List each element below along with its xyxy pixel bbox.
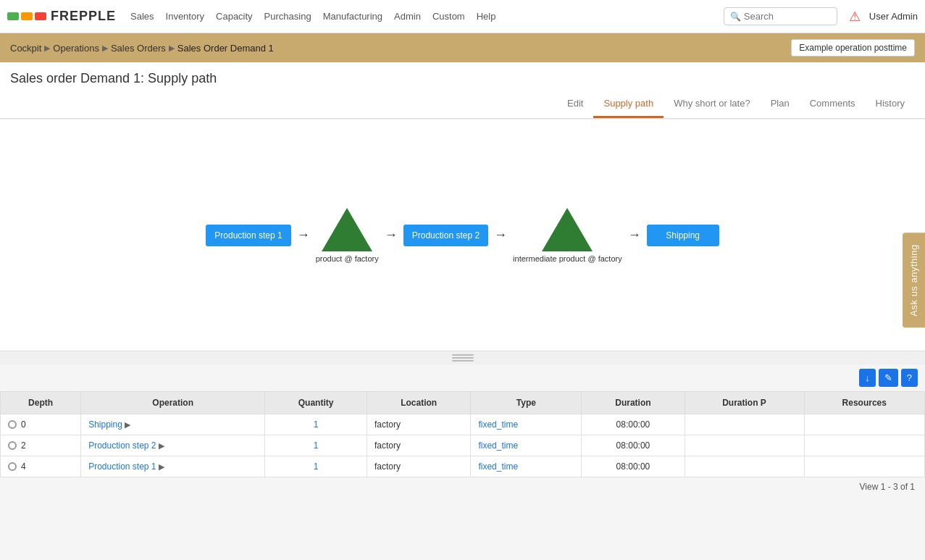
row-0-type: fixed_time	[471, 414, 582, 435]
breadcrumb-sep-3: ▶	[169, 43, 175, 53]
row-0-operation: Shipping ▶	[81, 414, 265, 435]
row-0-quantity: 1	[265, 414, 367, 435]
resize-line-1	[452, 354, 474, 356]
depth-value: 0	[21, 419, 26, 430]
operation-link-1[interactable]: Production step 2	[88, 440, 156, 451]
table-header-type: Type	[471, 392, 582, 414]
depth-value: 4	[21, 461, 26, 472]
arrow-2: →	[379, 227, 403, 243]
table-toolbar: ↓ ✎ ?	[0, 364, 925, 391]
alert-icon[interactable]: ⚠	[849, 9, 861, 25]
table-header-depth: Depth	[1, 392, 81, 414]
row-0-location: factory	[367, 414, 470, 435]
operation-link-0[interactable]: Shipping	[88, 419, 122, 430]
tab-supply-path[interactable]: Supply path	[593, 91, 664, 118]
op-arrow: ▶	[125, 420, 130, 429]
breadcrumb-action-button[interactable]: Example operation posttime	[791, 39, 915, 57]
depth-radio[interactable]	[8, 441, 17, 450]
resize-lines	[452, 354, 474, 362]
nav-link-admin[interactable]: Admin	[394, 8, 421, 25]
depth-radio[interactable]	[8, 462, 17, 471]
table-body: 0Shipping ▶1factoryfixed_time08:00:002Pr…	[1, 414, 925, 477]
diagram-node-production-step-2[interactable]: Production step 2	[403, 225, 488, 246]
help-button[interactable]: ?	[901, 369, 918, 387]
arrow-3: →	[488, 227, 513, 243]
breadcrumb-link-sales-orders[interactable]: Sales Orders	[111, 43, 166, 54]
table-header-location: Location	[367, 392, 470, 414]
table-header: DepthOperationQuantityLocationTypeDurati…	[1, 392, 925, 414]
logo-text: FREPPLE	[51, 9, 116, 24]
op-arrow: ▶	[159, 441, 164, 450]
breadcrumb-link-operations[interactable]: Operations	[53, 43, 99, 54]
table-container: DepthOperationQuantityLocationTypeDurati…	[0, 391, 925, 477]
row-0-duration: 08:00:00	[582, 414, 685, 435]
search-icon: 🔍	[730, 12, 741, 22]
nav-link-inventory[interactable]: Inventory	[166, 8, 204, 25]
depth-radio[interactable]	[8, 420, 17, 429]
diagram-node-production-step-1[interactable]: Production step 1	[206, 225, 290, 246]
node-label-product-factory: product @ factory	[316, 254, 379, 263]
diagram-group-product-factory: product @ factory	[316, 208, 379, 263]
nav-link-manufacturing[interactable]: Manufacturing	[323, 8, 382, 25]
breadcrumb-sep-2: ▶	[102, 43, 108, 53]
user-label: User Admin	[869, 11, 918, 22]
download-button[interactable]: ↓	[859, 369, 876, 387]
table-header-operation: Operation	[81, 392, 265, 414]
pagination-text: View 1 - 3 of 1	[860, 482, 916, 492]
table-header-row: DepthOperationQuantityLocationTypeDurati…	[1, 392, 925, 414]
search-input[interactable]	[744, 11, 831, 22]
row-1-duration-p	[685, 435, 804, 456]
row-1-duration: 08:00:00	[582, 435, 685, 456]
tab-comments[interactable]: Comments	[800, 91, 866, 118]
edit-button[interactable]: ✎	[879, 369, 898, 387]
nav-link-purchasing[interactable]: Purchasing	[264, 8, 311, 25]
resize-line-2	[452, 357, 474, 359]
row-1-location: factory	[367, 435, 470, 456]
arrow-1: →	[291, 227, 316, 243]
pagination-bar: View 1 - 3 of 1	[0, 477, 925, 496]
row-1-type: fixed_time	[471, 435, 582, 456]
operation-link-2[interactable]: Production step 1	[88, 461, 156, 472]
tabs-container: EditSupply pathWhy short or late?PlanCom…	[0, 91, 925, 119]
row-2-type: fixed_time	[471, 456, 582, 477]
logo-shape-red	[35, 12, 46, 20]
breadcrumb-current: Sales Order Demand 1	[177, 43, 274, 54]
page-title: Sales order Demand 1: Supply path	[0, 62, 925, 91]
side-panel-ask[interactable]: Ask us anything	[903, 233, 925, 327]
resize-handle[interactable]	[0, 351, 925, 364]
row-0-depth: 0	[1, 414, 81, 435]
table-row: 2Production step 2 ▶1factoryfixed_time08…	[1, 435, 925, 456]
tab-history[interactable]: History	[866, 91, 915, 118]
tab-plan[interactable]: Plan	[761, 91, 800, 118]
breadcrumb-bar: Cockpit▶Operations▶Sales Orders▶Sales Or…	[0, 33, 925, 62]
row-1-depth: 2	[1, 435, 81, 456]
diagram-node-shipping[interactable]: Shipping	[647, 225, 719, 246]
diagram-content: Production step 1 → product @ factory → …	[0, 208, 925, 263]
table-row: 4Production step 1 ▶1factoryfixed_time08…	[1, 456, 925, 477]
triangle-icon-1	[322, 208, 372, 251]
row-2-operation: Production step 1 ▶	[81, 456, 265, 477]
row-1-quantity: 1	[265, 435, 367, 456]
nav-link-custom[interactable]: Custom	[432, 8, 465, 25]
node-label-intermediate-factory: intermediate product @ factory	[513, 254, 622, 263]
supply-path-diagram: Production step 1 → product @ factory → …	[0, 120, 925, 351]
tab-edit[interactable]: Edit	[557, 91, 593, 118]
breadcrumb-link-cockpit[interactable]: Cockpit	[10, 43, 41, 54]
table-header-resources: Resources	[804, 392, 924, 414]
row-2-duration-p	[685, 456, 804, 477]
breadcrumb: Cockpit▶Operations▶Sales Orders▶Sales Or…	[10, 43, 274, 54]
logo-shape-green	[7, 12, 19, 20]
logo[interactable]: FREPPLE	[7, 9, 116, 24]
nav-link-capacity[interactable]: Capacity	[216, 8, 253, 25]
nav-link-sales[interactable]: Sales	[130, 8, 154, 25]
top-navigation: FREPPLE SalesInventoryCapacityPurchasing…	[0, 0, 925, 33]
row-2-location: factory	[367, 456, 470, 477]
depth-value: 2	[21, 440, 26, 451]
search-box[interactable]: 🔍	[724, 7, 837, 25]
nav-link-help[interactable]: Help	[477, 8, 496, 25]
op-arrow: ▶	[159, 462, 164, 471]
row-2-duration: 08:00:00	[582, 456, 685, 477]
side-panel-label: Ask us anything	[908, 244, 919, 316]
row-1-resources	[804, 435, 924, 456]
tab-why-short[interactable]: Why short or late?	[664, 91, 761, 118]
